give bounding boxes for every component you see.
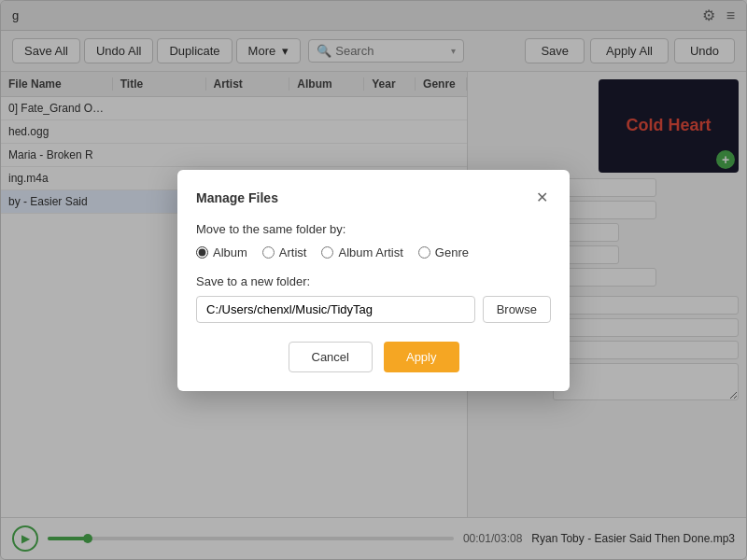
apply-button[interactable]: Apply (384, 342, 459, 372)
modal-title: Manage Files (196, 190, 278, 205)
save-to-label: Save to a new folder: (196, 274, 551, 288)
folder-path-input[interactable] (196, 296, 475, 323)
modal-header: Manage Files ✕ (196, 189, 551, 207)
radio-artist-label: Artist (279, 245, 307, 259)
manage-files-modal: Manage Files ✕ Move to the same folder b… (177, 170, 570, 391)
radio-group: Album Artist Album Artist Genre (196, 245, 551, 259)
radio-album-artist-label: Album Artist (338, 245, 402, 259)
modal-overlay[interactable]: Manage Files ✕ Move to the same folder b… (0, 0, 747, 560)
radio-artist[interactable]: Artist (262, 245, 307, 259)
browse-button[interactable]: Browse (483, 296, 551, 323)
move-to-label: Move to the same folder by: (196, 222, 551, 236)
cancel-button[interactable]: Cancel (289, 342, 373, 372)
radio-album-artist[interactable]: Album Artist (321, 245, 402, 259)
radio-album-label: Album (213, 245, 247, 259)
modal-actions: Cancel Apply (196, 342, 551, 372)
close-icon[interactable]: ✕ (532, 189, 551, 207)
folder-row: Browse (196, 296, 551, 323)
radio-album[interactable]: Album (196, 245, 247, 259)
radio-genre[interactable]: Genre (418, 245, 469, 259)
radio-genre-label: Genre (435, 245, 469, 259)
